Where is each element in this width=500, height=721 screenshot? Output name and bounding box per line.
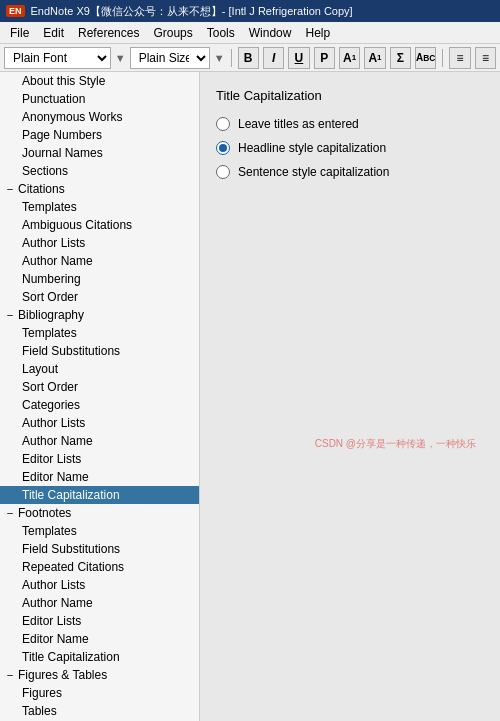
tree-item-figures[interactable]: Figures (0, 684, 199, 702)
tree-item-citations-sort-order[interactable]: Sort Order (0, 288, 199, 306)
tree-item-sections[interactable]: Sections (0, 162, 199, 180)
tree-item-anonymous-works[interactable]: Anonymous Works (0, 108, 199, 126)
radio-circle-headline[interactable] (216, 141, 230, 155)
bold-button[interactable]: B (238, 47, 259, 69)
tree-item-label: Field Substitutions (22, 542, 120, 556)
tree-item-footnotes-author-name[interactable]: Author Name (0, 594, 199, 612)
radio-label-leave: Leave titles as entered (238, 117, 359, 131)
sep1 (231, 49, 232, 67)
size-select[interactable]: Plain Size (130, 47, 210, 69)
tree-item-about-this-style[interactable]: About this Style (0, 72, 199, 90)
tree-item-label: Author Lists (22, 416, 85, 430)
radio-group-capitalization: Leave titles as entered Headline style c… (216, 117, 484, 179)
tree-item-footnotes-field-substitutions[interactable]: Field Substitutions (0, 540, 199, 558)
radio-circle-sentence[interactable] (216, 165, 230, 179)
menu-file[interactable]: File (4, 24, 35, 42)
tree-item-label: Layout (22, 362, 58, 376)
tree-item-label: Author Name (22, 434, 93, 448)
tree-root-bibliography[interactable]: – Bibliography (0, 306, 199, 324)
align-left-button[interactable]: ≡ (449, 47, 470, 69)
tree-item-bibliography-editor-lists[interactable]: Editor Lists (0, 450, 199, 468)
plain-button[interactable]: P (314, 47, 335, 69)
tree-root-citations[interactable]: – Citations (0, 180, 199, 198)
tree-item-layout[interactable]: Layout (0, 360, 199, 378)
sigma-button[interactable]: Σ (390, 47, 411, 69)
tree-item-categories[interactable]: Categories (0, 396, 199, 414)
collapse-bibliography-icon[interactable]: – (4, 309, 16, 321)
superscript-button[interactable]: A1 (339, 47, 360, 69)
tree-item-label: Repeated Citations (22, 560, 124, 574)
tree-item-ambiguous-citations[interactable]: Ambiguous Citations (0, 216, 199, 234)
tree-root-figures-tables[interactable]: – Figures & Tables (0, 666, 199, 684)
tree-item-bibliography-field-substitutions[interactable]: Field Substitutions (0, 342, 199, 360)
tree-item-punctuation[interactable]: Punctuation (0, 90, 199, 108)
tree-item-label: Editor Name (22, 470, 89, 484)
menu-groups[interactable]: Groups (147, 24, 198, 42)
tree-item-label: About this Style (22, 74, 105, 88)
collapse-figures-icon[interactable]: – (4, 669, 16, 681)
tree-item-citations-author-lists[interactable]: Author Lists (0, 234, 199, 252)
menu-edit[interactable]: Edit (37, 24, 70, 42)
tree-item-repeated-citations[interactable]: Repeated Citations (0, 558, 199, 576)
menu-window[interactable]: Window (243, 24, 298, 42)
tree-item-bibliography-title-capitalization[interactable]: Title Capitalization (0, 486, 199, 504)
tree-item-footnotes-editor-lists[interactable]: Editor Lists (0, 612, 199, 630)
tree-item-label: Templates (22, 524, 77, 538)
sep2 (442, 49, 443, 67)
radio-label-headline: Headline style capitalization (238, 141, 386, 155)
tree-item-label: Sections (22, 164, 68, 178)
tree-item-label: Sort Order (22, 380, 78, 394)
menu-references[interactable]: References (72, 24, 145, 42)
align-right-button[interactable]: ≡ (475, 47, 496, 69)
tree-item-label: Numbering (22, 272, 81, 286)
tree-item-footnotes-title-capitalization[interactable]: Title Capitalization (0, 648, 199, 666)
tree-root-footnotes[interactable]: – Footnotes (0, 504, 199, 522)
main-area: About this Style Punctuation Anonymous W… (0, 72, 500, 721)
underline-button[interactable]: U (288, 47, 309, 69)
collapse-citations-icon[interactable]: – (4, 183, 16, 195)
tree-item-label: Ambiguous Citations (22, 218, 132, 232)
tree-item-label: Journal Names (22, 146, 103, 160)
tree-root-label: Figures & Tables (18, 668, 107, 682)
collapse-footnotes-icon[interactable]: – (4, 507, 16, 519)
tree-item-label: Templates (22, 326, 77, 340)
radio-item-leave[interactable]: Leave titles as entered (216, 117, 484, 131)
tree-item-bibliography-author-name[interactable]: Author Name (0, 432, 199, 450)
menu-help[interactable]: Help (299, 24, 336, 42)
tree-item-label: Author Lists (22, 236, 85, 250)
tree-item-citations-author-name[interactable]: Author Name (0, 252, 199, 270)
radio-item-headline[interactable]: Headline style capitalization (216, 141, 484, 155)
tree-root-label: Citations (18, 182, 65, 196)
tree-item-bibliography-author-lists[interactable]: Author Lists (0, 414, 199, 432)
tree-item-footnotes-author-lists[interactable]: Author Lists (0, 576, 199, 594)
tree-item-label: Title Capitalization (22, 488, 120, 502)
tree-item-numbering[interactable]: Numbering (0, 270, 199, 288)
app-title: EndNote X9【微信公众号：从来不想】- [Intl J Refriger… (31, 4, 353, 19)
tree-root-label: Footnotes (18, 506, 71, 520)
toolbar-sep1: ▼ (115, 52, 126, 64)
tree-item-bibliography-templates[interactable]: Templates (0, 324, 199, 342)
title-bar: EN EndNote X9【微信公众号：从来不想】- [Intl J Refri… (0, 0, 500, 22)
tree-item-label: Author Lists (22, 578, 85, 592)
italic-button[interactable]: I (263, 47, 284, 69)
tree-item-journal-names[interactable]: Journal Names (0, 144, 199, 162)
tree-item-tables[interactable]: Tables (0, 702, 199, 720)
tree-item-citations-templates[interactable]: Templates (0, 198, 199, 216)
tree-item-footnotes-templates[interactable]: Templates (0, 522, 199, 540)
tree-item-label: Editor Lists (22, 452, 81, 466)
watermark: CSDN @分享是一种传递，一种快乐 (315, 437, 476, 451)
tree-item-label: Title Capitalization (22, 650, 120, 664)
tree-item-footnotes-editor-name[interactable]: Editor Name (0, 630, 199, 648)
radio-item-sentence[interactable]: Sentence style capitalization (216, 165, 484, 179)
font-select[interactable]: Plain Font (4, 47, 111, 69)
subscript-button[interactable]: A1 (364, 47, 385, 69)
radio-circle-leave[interactable] (216, 117, 230, 131)
tree-item-label: Editor Name (22, 632, 89, 646)
tree-item-bibliography-sort-order[interactable]: Sort Order (0, 378, 199, 396)
tree-item-label: Page Numbers (22, 128, 102, 142)
smallcaps-button[interactable]: ABC (415, 47, 436, 69)
tree-item-bibliography-editor-name[interactable]: Editor Name (0, 468, 199, 486)
tree-item-page-numbers[interactable]: Page Numbers (0, 126, 199, 144)
left-panel: About this Style Punctuation Anonymous W… (0, 72, 200, 721)
menu-tools[interactable]: Tools (201, 24, 241, 42)
